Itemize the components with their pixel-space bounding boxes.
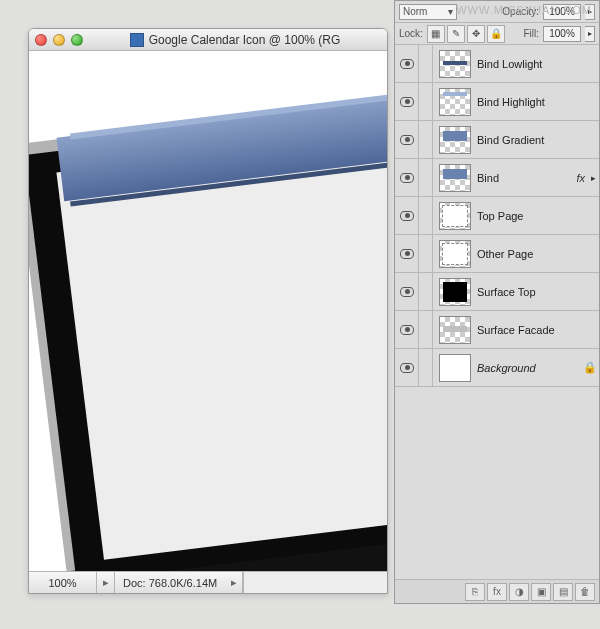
visibility-toggle[interactable] xyxy=(395,349,419,386)
layer-row[interactable]: Top Page xyxy=(395,197,599,235)
visibility-toggle[interactable] xyxy=(395,121,419,158)
link-col xyxy=(419,45,433,82)
blend-mode-value: Norm xyxy=(403,6,427,17)
layer-name-label[interactable]: Bind Gradient xyxy=(477,134,599,146)
lock-icon: 🔒 xyxy=(581,361,599,374)
visibility-toggle[interactable] xyxy=(395,273,419,310)
layer-thumbnail[interactable] xyxy=(439,316,471,344)
zoom-button[interactable] xyxy=(71,34,83,46)
eye-icon xyxy=(400,97,414,107)
panel-bottom-toolbar: ⎘ fx ◑ ▣ ▤ 🗑 xyxy=(395,579,599,603)
lock-all-button[interactable]: 🔒 xyxy=(487,25,505,43)
visibility-toggle[interactable] xyxy=(395,83,419,120)
fx-indicator[interactable]: fx xyxy=(565,172,587,184)
layer-name-label[interactable]: Bind Lowlight xyxy=(477,58,599,70)
eye-icon xyxy=(400,249,414,259)
layer-row[interactable]: Bind Highlight xyxy=(395,83,599,121)
lock-fill-row: Lock: ▦ ✎ ✥ 🔒 Fill: 100% ▸ xyxy=(395,23,599,45)
link-col xyxy=(419,311,433,348)
blend-mode-select[interactable]: Norm ▾ xyxy=(399,4,457,20)
chevron-down-icon: ▾ xyxy=(448,6,453,17)
layer-row[interactable]: Surface Facade xyxy=(395,311,599,349)
lock-label: Lock: xyxy=(399,28,423,39)
visibility-toggle[interactable] xyxy=(395,159,419,196)
lock-transparent-button[interactable]: ▦ xyxy=(427,25,445,43)
blend-opacity-row: Norm ▾ Opacity: 100% ▸ xyxy=(395,1,599,23)
link-col xyxy=(419,235,433,272)
layer-name-label[interactable]: Surface Top xyxy=(477,286,599,298)
layer-row[interactable]: Bind Gradient xyxy=(395,121,599,159)
layer-thumbnail[interactable] xyxy=(439,202,471,230)
fill-field[interactable]: 100% xyxy=(543,26,581,42)
doc-info: Doc: 768.0K/6.14M xyxy=(115,577,225,589)
layer-thumbnail[interactable] xyxy=(439,164,471,192)
layers-panel: Norm ▾ Opacity: 100% ▸ Lock: ▦ ✎ ✥ 🔒 Fil… xyxy=(394,0,600,604)
layer-row[interactable]: Bindfx▸ xyxy=(395,159,599,197)
fill-label: Fill: xyxy=(523,28,539,39)
eye-icon xyxy=(400,211,414,221)
visibility-toggle[interactable] xyxy=(395,235,419,272)
visibility-toggle[interactable] xyxy=(395,311,419,348)
artwork-scene xyxy=(29,51,387,571)
new-group-button[interactable]: ▣ xyxy=(531,583,551,601)
layer-thumbnail[interactable] xyxy=(439,240,471,268)
link-col xyxy=(419,159,433,196)
fill-stepper[interactable]: ▸ xyxy=(585,26,595,42)
lock-position-button[interactable]: ✥ xyxy=(467,25,485,43)
visibility-toggle[interactable] xyxy=(395,45,419,82)
layer-name-label[interactable]: Bind Highlight xyxy=(477,96,599,108)
link-col xyxy=(419,349,433,386)
eye-icon xyxy=(400,59,414,69)
fx-expand-icon[interactable]: ▸ xyxy=(587,173,599,183)
eye-icon xyxy=(400,363,414,373)
eye-icon xyxy=(400,135,414,145)
zoom-field[interactable]: 100% xyxy=(29,572,97,593)
layer-row[interactable]: Background🔒 xyxy=(395,349,599,387)
layer-thumbnail[interactable] xyxy=(439,50,471,78)
opacity-stepper[interactable]: ▸ xyxy=(585,4,595,20)
link-col xyxy=(419,273,433,310)
canvas[interactable] xyxy=(29,51,387,571)
opacity-label: Opacity: xyxy=(502,6,539,17)
minimize-button[interactable] xyxy=(53,34,65,46)
titlebar: Google Calendar Icon @ 100% (RG xyxy=(29,29,387,51)
layer-thumbnail[interactable] xyxy=(439,354,471,382)
layer-thumbnail[interactable] xyxy=(439,278,471,306)
layer-mask-button[interactable]: ◑ xyxy=(509,583,529,601)
status-expand-icon[interactable]: ▸ xyxy=(97,572,115,593)
layer-name-label[interactable]: Bind xyxy=(477,172,565,184)
layer-name-label[interactable]: Top Page xyxy=(477,210,599,222)
lock-pixels-button[interactable]: ✎ xyxy=(447,25,465,43)
layer-name-label[interactable]: Background xyxy=(477,362,581,374)
layer-style-button[interactable]: fx xyxy=(487,583,507,601)
layer-list: Bind LowlightBind HighlightBind Gradient… xyxy=(395,45,599,579)
link-layers-button[interactable]: ⎘ xyxy=(465,583,485,601)
eye-icon xyxy=(400,287,414,297)
app-icon xyxy=(130,33,144,47)
link-col xyxy=(419,83,433,120)
visibility-toggle[interactable] xyxy=(395,197,419,234)
eye-icon xyxy=(400,325,414,335)
close-button[interactable] xyxy=(35,34,47,46)
layer-name-label[interactable]: Surface Facade xyxy=(477,324,599,336)
link-col xyxy=(419,121,433,158)
layer-row[interactable]: Bind Lowlight xyxy=(395,45,599,83)
delete-layer-button[interactable]: 🗑 xyxy=(575,583,595,601)
layer-thumbnail[interactable] xyxy=(439,88,471,116)
horizontal-scrollbar[interactable] xyxy=(243,572,387,593)
document-window: Google Calendar Icon @ 100% (RG 100% ▸ D… xyxy=(28,28,388,594)
window-title: Google Calendar Icon @ 100% (RG xyxy=(149,33,341,47)
opacity-field[interactable]: 100% xyxy=(543,4,581,20)
status-bar: 100% ▸ Doc: 768.0K/6.14M ▸ xyxy=(29,571,387,593)
layer-row[interactable]: Surface Top xyxy=(395,273,599,311)
layer-row[interactable]: Other Page xyxy=(395,235,599,273)
layer-name-label[interactable]: Other Page xyxy=(477,248,599,260)
eye-icon xyxy=(400,173,414,183)
layer-thumbnail[interactable] xyxy=(439,126,471,154)
new-layer-button[interactable]: ▤ xyxy=(553,583,573,601)
link-col xyxy=(419,197,433,234)
doc-info-menu-icon[interactable]: ▸ xyxy=(225,572,243,593)
